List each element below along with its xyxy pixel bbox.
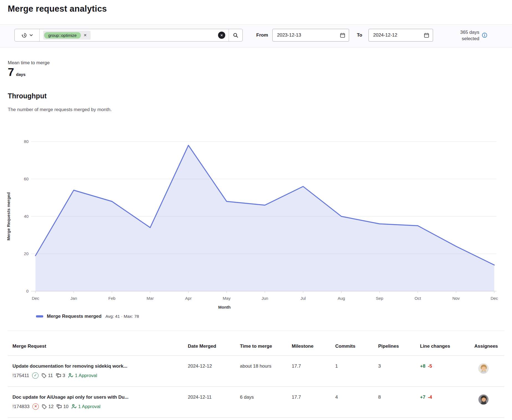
svg-text:80: 80 — [24, 139, 29, 144]
milestone-cell: 17.7 — [292, 356, 335, 386]
legend-series-stats: Avg: 41 · Max: 78 — [105, 314, 139, 319]
line-changes-cell: +8-5 — [420, 356, 474, 386]
col-commits: Commits — [335, 331, 378, 355]
col-line-changes: Line changes — [420, 331, 474, 355]
info-icon[interactable] — [482, 32, 487, 38]
svg-text:Merge Requests merged: Merge Requests merged — [6, 192, 11, 240]
table-row: Doc update for AiUsage api only for user… — [8, 387, 504, 418]
svg-text:Month: Month — [218, 305, 231, 309]
svg-text:20: 20 — [24, 251, 29, 256]
mr-id[interactable]: !174833 — [12, 404, 29, 410]
pipeline-status-icon[interactable]: ✕ — [32, 403, 39, 410]
pipeline-status-icon[interactable]: ✓ — [32, 372, 39, 379]
svg-text:Oct: Oct — [414, 296, 421, 301]
page-title: Merge request analytics — [8, 4, 107, 14]
metric-unit: days — [16, 72, 25, 77]
labels-count: 12 — [42, 404, 53, 410]
search-history-button[interactable] — [15, 29, 40, 41]
svg-text:Dec: Dec — [32, 296, 39, 301]
date-from-input[interactable]: 2023-12-13 — [272, 29, 349, 42]
approvals: 1 Approval — [68, 373, 97, 379]
col-merge-request: Merge Request — [12, 331, 188, 355]
assignee-avatar[interactable] — [478, 394, 489, 405]
comments-count: 10 — [57, 404, 68, 410]
mr-title-link[interactable]: Update documentation for removing sideki… — [12, 363, 181, 369]
chart-legend: Merge Requests merged Avg: 41 · Max: 78 — [36, 314, 139, 319]
label-icon — [42, 373, 47, 378]
assignees-cell — [474, 356, 504, 386]
mr-id[interactable]: !175411 — [12, 373, 29, 379]
time-to-merge-cell: about 18 hours — [240, 356, 292, 386]
mean-time-to-merge-label: Mean time to merge — [8, 60, 50, 66]
col-milestone: Milestone — [292, 331, 335, 355]
remove-token-button[interactable]: ✕ — [81, 33, 90, 37]
svg-text:Mar: Mar — [147, 296, 154, 301]
comments-icon — [56, 373, 61, 378]
svg-text:Jun: Jun — [262, 296, 268, 301]
assignee-avatar[interactable] — [478, 363, 489, 374]
svg-text:May: May — [223, 296, 231, 301]
additions: +7 — [420, 395, 425, 400]
commits-cell: 4 — [335, 387, 378, 418]
mean-time-to-merge-value: 7 days — [8, 66, 25, 79]
deletions: -5 — [428, 363, 432, 369]
svg-text:40: 40 — [24, 214, 29, 219]
additions: +8 — [420, 363, 425, 369]
date-merged-cell: 2024-12-12 — [188, 356, 240, 386]
filter-token[interactable]: group::optimize ✕ — [43, 31, 91, 40]
filtered-search-input[interactable]: group::optimize ✕ — [40, 29, 218, 41]
legend-series-swatch — [36, 315, 43, 317]
filter-token-label: group::optimize — [44, 32, 81, 39]
calendar-icon — [340, 33, 345, 38]
time-to-merge-cell: 6 days — [240, 387, 292, 418]
svg-text:Feb: Feb — [108, 296, 116, 301]
svg-text:Apr: Apr — [185, 296, 191, 301]
chevron-down-icon — [30, 34, 33, 36]
svg-text:Jul: Jul — [300, 296, 306, 301]
date-merged-cell: 2024-12-11 — [188, 387, 240, 418]
clear-search-button[interactable]: ✕ — [218, 32, 225, 39]
to-label: To — [357, 32, 362, 38]
merge-request-cell: Doc update for AiUsage api only for user… — [12, 387, 188, 418]
search-button[interactable] — [229, 29, 242, 41]
table-row: Update documentation for removing sideki… — [8, 356, 504, 387]
throughput-area-chart: 020406080DecJanFebMarAprMayJunJulAugSepO… — [0, 118, 512, 312]
date-to-value: 2024-12-12 — [373, 32, 397, 38]
date-to-input[interactable]: 2024-12-12 — [368, 29, 433, 42]
approvals: 1 Approval — [71, 404, 100, 410]
commits-cell: 1 — [335, 356, 378, 386]
col-assignees: Assignees — [474, 331, 505, 355]
col-time-to-merge: Time to merge — [240, 331, 292, 355]
mr-title-link[interactable]: Doc update for AiUsage api only for user… — [12, 394, 181, 400]
col-pipelines: Pipelines — [378, 331, 420, 355]
svg-text:60: 60 — [24, 176, 29, 181]
table-header-row: Merge Request Date Merged Time to merge … — [8, 331, 504, 356]
merge-request-cell: Update documentation for removing sideki… — [12, 356, 188, 386]
pipelines-cell: 3 — [378, 356, 420, 386]
approval-icon — [71, 404, 77, 409]
search-icon — [233, 33, 238, 38]
history-icon — [21, 32, 27, 38]
col-date-merged: Date Merged — [188, 331, 240, 355]
throughput-description: The number of merge requests merged by m… — [8, 107, 112, 112]
label-icon — [42, 404, 47, 409]
merge-request-table: Merge Request Date Merged Time to merge … — [8, 331, 504, 418]
line-changes-cell: +7-4 — [420, 387, 474, 418]
days-selected-text: 365 days selected — [435, 29, 479, 42]
deletions: -4 — [428, 395, 432, 400]
from-label: From — [256, 32, 268, 38]
comments-count: 3 — [56, 373, 65, 379]
throughput-heading: Throughput — [8, 92, 47, 100]
pipelines-cell: 8 — [378, 387, 420, 418]
filtered-search-box[interactable]: group::optimize ✕ ✕ — [14, 29, 243, 42]
calendar-icon — [424, 33, 429, 38]
legend-series-label: Merge Requests merged — [47, 314, 101, 319]
svg-text:Aug: Aug — [338, 296, 345, 301]
svg-text:Jan: Jan — [70, 296, 77, 301]
svg-text:Dec: Dec — [491, 296, 498, 301]
milestone-cell: 17.7 — [292, 387, 335, 418]
svg-text:0: 0 — [26, 289, 29, 293]
assignees-cell — [474, 387, 504, 418]
labels-count: 11 — [42, 373, 53, 379]
svg-text:Sep: Sep — [376, 296, 383, 301]
